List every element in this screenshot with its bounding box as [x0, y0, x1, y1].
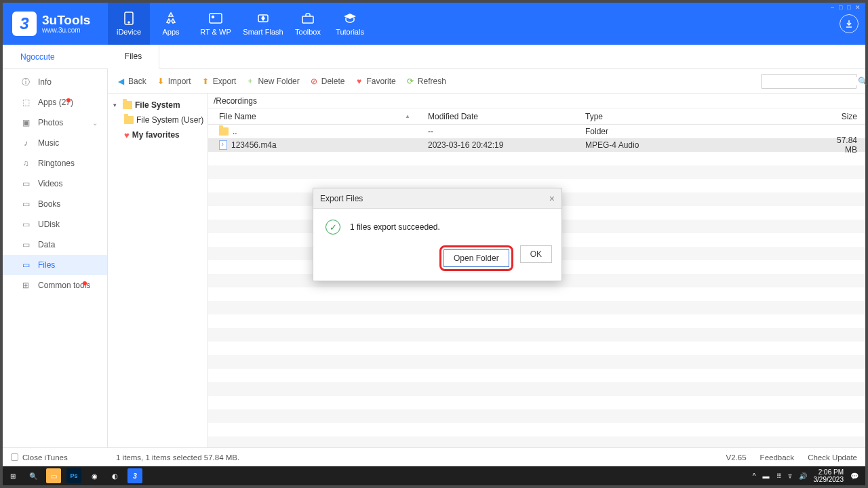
col-type[interactable]: Type — [574, 112, 825, 121]
status-bar: Close iTunes 1 items, 1 items selected 5… — [3, 447, 865, 466]
disk-icon: ▭ — [20, 219, 31, 230]
close-itunes-checkbox[interactable] — [11, 453, 18, 461]
folder-icon — [124, 116, 134, 124]
sidebar-photos[interactable]: ▣Photos⌄ — [3, 113, 107, 133]
tree-root[interactable]: ▾File System — [111, 98, 205, 113]
check-update-link[interactable]: Check Update — [808, 453, 857, 462]
sidebar-videos[interactable]: ▭Videos — [3, 174, 107, 194]
video-icon: ▭ — [20, 178, 31, 189]
tree-user[interactable]: File System (User) — [111, 113, 205, 127]
delete-icon: ⊘ — [309, 77, 319, 86]
heart-icon: ♥ — [124, 130, 130, 140]
import-icon: ⬇ — [156, 77, 165, 86]
sidebar-info[interactable]: ⓘInfo — [3, 72, 107, 92]
col-size[interactable]: Size — [825, 112, 865, 121]
nav-tutorials[interactable]: Tutorials — [329, 3, 371, 45]
nav-rtwp[interactable]: RT & WP — [192, 3, 239, 45]
favorite-button[interactable]: ♥Favorite — [354, 77, 395, 86]
svg-rect-5 — [302, 16, 313, 23]
column-headers: File Name▲ Modified Date Type Size — [208, 108, 865, 125]
info-icon: ⓘ — [20, 77, 31, 87]
tree-favorites[interactable]: ♥My favorites — [111, 127, 205, 142]
audio-file-icon — [219, 140, 227, 150]
badge-dot-icon — [66, 98, 71, 102]
user-name[interactable]: Ngoccute — [3, 45, 108, 68]
start-button[interactable]: ⊞ — [5, 468, 20, 483]
tray-volume-icon[interactable]: 🔊 — [799, 472, 807, 480]
nav-flash[interactable]: Smart Flash — [239, 3, 287, 45]
app-logo: 3 3uTools www.3u.com — [3, 12, 108, 36]
svg-point-1 — [128, 22, 130, 23]
sidebar-ringtones[interactable]: ♫Ringtones — [3, 153, 107, 174]
taskbar-clock[interactable]: 2:06 PM 3/29/2023 — [814, 468, 844, 483]
sidebar-books[interactable]: ▭Books — [3, 194, 107, 214]
caret-icon: ▾ — [113, 102, 120, 108]
version-label: V2.65 — [726, 453, 747, 462]
sidebar-common-tools[interactable]: ⊞Common tools — [3, 275, 107, 296]
tab-files[interactable]: Files — [108, 45, 159, 69]
subheader: Ngoccute Files — [3, 45, 865, 69]
success-check-icon: ✓ — [326, 220, 340, 235]
search-taskbar-icon[interactable]: 🔍 — [26, 468, 41, 483]
annotation-highlight: Open Folder — [439, 245, 513, 271]
svg-point-3 — [212, 16, 214, 18]
toolbox-icon — [301, 12, 315, 25]
col-name[interactable]: File Name▲ — [208, 112, 417, 121]
tray-notification-icon[interactable]: 💬 — [850, 472, 859, 480]
nav-apps[interactable]: Apps — [150, 3, 192, 45]
explorer-taskbar-icon[interactable]: ▭ — [46, 468, 61, 483]
dialog-title: Export Files — [320, 194, 363, 203]
folder-icon — [219, 127, 229, 136]
folder-icon: ▭ — [20, 260, 31, 270]
feedback-link[interactable]: Feedback — [760, 453, 795, 462]
file-row-parent[interactable]: .. -- Folder — [208, 125, 865, 138]
download-button[interactable] — [840, 14, 859, 33]
chrome-taskbar-icon[interactable]: ◉ — [87, 468, 102, 483]
sidebar-apps[interactable]: ⬚Apps (27) — [3, 92, 107, 113]
sidebar-data[interactable]: ▭Data — [3, 235, 107, 255]
photoshop-taskbar-icon[interactable]: Ps — [66, 468, 81, 483]
import-button[interactable]: ⬇Import — [156, 77, 191, 86]
refresh-icon: ⟳ — [406, 77, 415, 86]
tray-battery-icon[interactable]: ▬ — [763, 472, 770, 480]
back-button[interactable]: ◀Back — [116, 77, 146, 86]
sidebar-udisk[interactable]: ▭UDisk — [3, 214, 107, 235]
heart-icon: ♥ — [354, 77, 363, 86]
search-input[interactable] — [764, 77, 858, 85]
path-breadcrumb[interactable]: /Recordings — [208, 94, 865, 108]
tray-wifi-icon[interactable]: ⠿ — [776, 472, 781, 480]
folder-tree: ▾File System File System (User) ♥My favo… — [108, 94, 208, 447]
app-header: –□□✕ 3 3uTools www.3u.com iDevice Apps R… — [3, 3, 865, 45]
window-controls[interactable]: –□□✕ — [831, 4, 861, 10]
ok-button[interactable]: OK — [520, 245, 552, 263]
refresh-button[interactable]: ⟳Refresh — [406, 77, 446, 86]
delete-button[interactable]: ⊘Delete — [309, 77, 345, 86]
sidebar-music[interactable]: ♪Music — [3, 133, 107, 153]
3utools-taskbar-icon[interactable]: 3 — [127, 468, 142, 483]
open-folder-button[interactable]: Open Folder — [443, 249, 509, 267]
grid-icon: ⊞ — [20, 280, 31, 291]
bell-icon: ♫ — [20, 158, 31, 169]
appstore-icon — [164, 12, 178, 25]
image-icon — [209, 12, 222, 25]
export-button[interactable]: ⬆Export — [201, 77, 237, 86]
status-summary: 1 items, 1 items selected 57.84 MB. — [116, 453, 239, 462]
search-box[interactable]: 🔍 — [761, 74, 857, 89]
tray-shield-icon[interactable]: ⍒ — [788, 472, 792, 480]
svg-rect-2 — [210, 14, 222, 23]
close-itunes-label: Close iTunes — [22, 453, 68, 462]
sidebar-files[interactable]: ▭Files — [3, 255, 107, 275]
back-icon: ◀ — [116, 77, 125, 86]
chevron-down-icon: ⌄ — [92, 119, 98, 127]
photos-icon: ▣ — [20, 117, 31, 128]
nav-toolbox[interactable]: Toolbox — [287, 3, 329, 45]
tray-chevron-icon[interactable]: ^ — [753, 472, 756, 480]
new-folder-button[interactable]: ＋New Folder — [245, 77, 299, 86]
col-modified[interactable]: Modified Date — [417, 112, 574, 121]
dialog-close-button[interactable]: × — [549, 193, 555, 204]
app-taskbar-icon[interactable]: ◐ — [107, 468, 122, 483]
nav-idevice[interactable]: iDevice — [108, 3, 150, 45]
toolbar: ◀Back ⬇Import ⬆Export ＋New Folder ⊘Delet… — [108, 69, 865, 94]
windows-taskbar: ⊞ 🔍 ▭ Ps ◉ ◐ 3 ^ ▬ ⠿ ⍒ 🔊 2:06 PM 3/29/20… — [3, 466, 865, 485]
file-row[interactable]: 123456.m4a 2023-03-16 20:42:19 MPEG-4 Au… — [208, 138, 865, 152]
